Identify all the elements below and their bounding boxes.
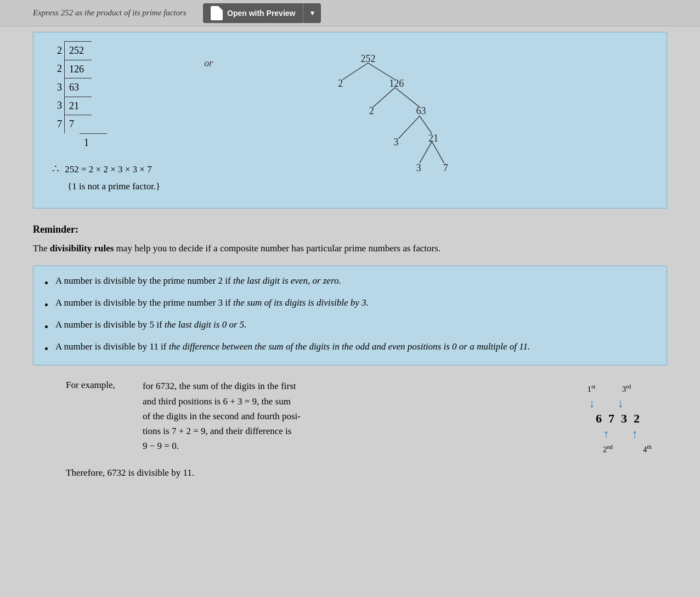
dividend-5: 7	[64, 115, 92, 133]
divisor-3: 3	[47, 79, 62, 96]
division-row-4: 3 21	[47, 97, 160, 115]
dividend-1: 252	[64, 41, 92, 60]
division-row-3: 3 63	[47, 78, 160, 97]
bullet-item-4: • A number is divisible by 11 if the dif…	[44, 340, 656, 357]
bullet-text-3: A number is divisible by 5 if the last d…	[55, 318, 656, 332]
diagram-digits: 6 7 3 2	[596, 412, 640, 426]
equation-text: 252 = 2 × 2 × 3 × 3 × 7	[65, 164, 151, 174]
therefore-example-text: Therefore, 6732 is divisible by 11.	[66, 468, 194, 478]
divisor-5: 7	[47, 116, 62, 133]
factor-tree-svg: 252 2 126 2 63 3 21 3 7	[270, 41, 456, 195]
arrow-up-4th: ↑	[628, 427, 642, 441]
bullet-item-2: • A number is divisible by the prime num…	[44, 296, 656, 313]
remainder-value: 1	[80, 133, 107, 152]
top-positions: 1st 3rd	[585, 383, 650, 394]
arrow-down-3rd: ↓	[613, 396, 628, 410]
pos-1st-label: 1st	[585, 383, 597, 394]
example-text: for 6732, the sum of the digits in the f…	[143, 379, 552, 453]
pos-3rd-label: 3rd	[620, 383, 633, 394]
digit-6: 6	[596, 412, 602, 426]
bullet-dot-3: •	[44, 319, 55, 335]
reminder-title: Reminder:	[33, 224, 667, 235]
digit-3: 3	[621, 412, 627, 426]
svg-line-3	[395, 88, 420, 108]
dividend-4: 21	[64, 97, 92, 115]
pos-4th-label: 4th	[640, 443, 654, 454]
bottom-arrows: ↑ ↑	[585, 427, 651, 441]
division-section: 2 252 2 126 3 63 3 21 7 7	[47, 41, 653, 195]
dividend-3: 63	[64, 78, 92, 97]
example-label: For example,	[66, 380, 126, 391]
not-prime-note: {1 is not a prime factor.}	[67, 181, 160, 192]
svg-line-6	[420, 142, 432, 163]
reminder-section: Reminder: The divisibility rules may hel…	[33, 224, 667, 256]
svg-line-1	[368, 63, 395, 80]
division-row-2: 2 126	[47, 60, 160, 78]
svg-line-7	[432, 142, 444, 163]
main-content: 2 252 2 126 3 63 3 21 7 7	[0, 26, 700, 491]
svg-text:2: 2	[338, 78, 343, 89]
therefore-symbol: ∴	[52, 162, 59, 174]
bullet-dot-2: •	[44, 297, 55, 313]
reminder-intro: The divisibility rules may help you to d…	[33, 241, 667, 256]
bullet-text-2: A number is divisible by the prime numbe…	[55, 296, 656, 310]
svg-text:63: 63	[416, 105, 426, 116]
bottom-positions: 2nd 4th	[581, 443, 654, 454]
svg-text:2: 2	[369, 105, 374, 116]
chevron-down-icon: ▼	[309, 9, 315, 17]
division-ladder: 2 252 2 126 3 63 3 21 7 7	[47, 41, 160, 195]
top-arrows: ↓ ↓	[585, 396, 651, 410]
therefore-section: ∴ 252 = 2 × 2 × 3 × 3 × 7 {1 is not a pr…	[52, 159, 160, 195]
dividend-2: 126	[64, 60, 92, 78]
svg-line-2	[373, 88, 395, 108]
divisor-1: 2	[47, 42, 62, 59]
preview-dropdown-arrow[interactable]: ▼	[303, 3, 321, 23]
preview-button-label: Open with Preview	[227, 9, 295, 18]
pos-2nd-label: 2nd	[601, 443, 615, 454]
divisor-2: 2	[47, 60, 62, 77]
therefore-line2: {1 is not a prime factor.}	[67, 178, 160, 195]
factorization-box: 2 252 2 126 3 63 3 21 7 7	[33, 32, 667, 209]
preview-button-container: Open with Preview ▼	[203, 3, 321, 23]
bold-divisibility-rules: divisibility rules	[50, 243, 114, 254]
open-with-preview-button[interactable]: Open with Preview	[203, 3, 303, 23]
digit-7: 7	[608, 412, 614, 426]
svg-text:252: 252	[361, 53, 376, 64]
svg-text:21: 21	[428, 133, 438, 144]
bullet-item-3: • A number is divisible by 5 if the last…	[44, 318, 656, 335]
division-row-remainder: 1	[47, 133, 160, 152]
therefore-line1: ∴ 252 = 2 × 2 × 3 × 3 × 7	[52, 159, 160, 178]
bullet-text-1: A number is divisible by the prime numbe…	[55, 274, 656, 288]
svg-line-5	[420, 116, 432, 133]
bullet-dot-4: •	[44, 341, 55, 357]
arrow-down-1st: ↓	[585, 396, 599, 410]
svg-text:3: 3	[416, 162, 421, 173]
arrow-up-2nd: ↑	[599, 427, 613, 441]
bullet-text-4: A number is divisible by 11 if the diffe…	[55, 340, 656, 354]
bullet-item-1: • A number is divisible by the prime num…	[44, 274, 656, 291]
top-bar: Express 252 as the product of its prime …	[0, 0, 700, 26]
bullet-dot-1: •	[44, 275, 55, 291]
document-icon	[211, 6, 223, 20]
digit-2: 2	[634, 412, 640, 426]
example-diagram: 1st 3rd ↓ ↓ 6 7 3 2 ↑	[568, 379, 667, 454]
divisor-4: 3	[47, 97, 62, 114]
division-row-1: 2 252	[47, 41, 160, 60]
svg-line-0	[343, 63, 369, 80]
therefore-example-line: Therefore, 6732 is divisible by 11.	[33, 465, 667, 480]
svg-text:3: 3	[394, 137, 399, 148]
division-row-5: 7 7	[47, 115, 160, 133]
or-label: or	[204, 58, 226, 69]
divisibility-rules-box: • A number is divisible by the prime num…	[33, 266, 667, 365]
svg-text:7: 7	[443, 162, 448, 173]
svg-line-4	[399, 116, 420, 138]
example-section: For example, for 6732, the sum of the di…	[33, 379, 667, 454]
factor-tree: 252 2 126 2 63 3 21 3 7	[270, 41, 456, 195]
top-bar-title: Express 252 as the product of its prime …	[33, 8, 187, 18]
svg-text:126: 126	[389, 78, 404, 89]
